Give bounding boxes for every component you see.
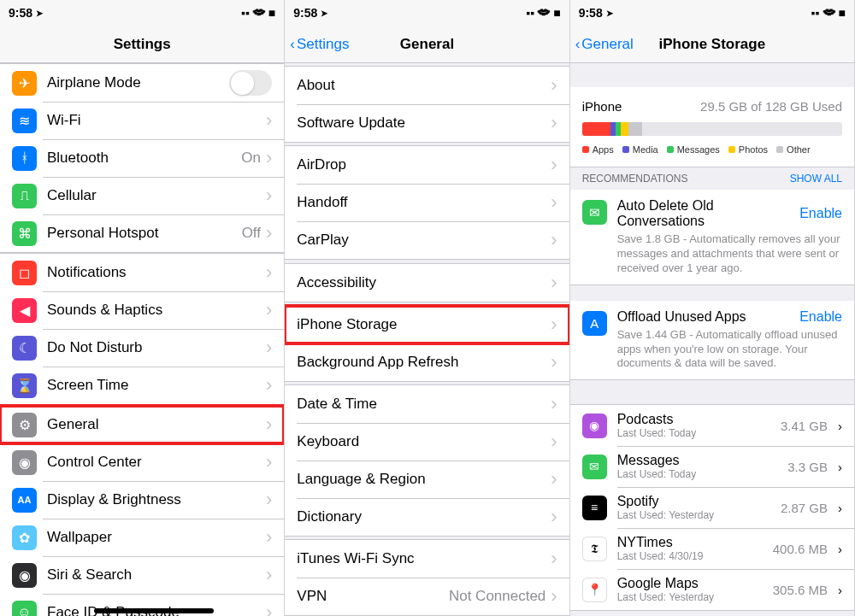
toggle[interactable] xyxy=(229,70,272,96)
settings-row-airplane[interactable]: ✈︎Airplane Mode xyxy=(0,64,284,102)
offload-icon: A xyxy=(582,311,607,336)
app-icon: ✉︎ xyxy=(582,455,607,479)
settings-row-control[interactable]: ◉Control Center› xyxy=(0,443,284,481)
show-all-button[interactable]: SHOW ALL xyxy=(790,173,842,185)
row-label: Language & Region xyxy=(297,471,551,488)
row-label: AirDrop xyxy=(297,156,551,173)
row-label: General xyxy=(47,416,266,433)
chevron-right-icon: › xyxy=(551,470,557,489)
app-size: 3.3 GB xyxy=(787,460,828,474)
row-label: Handoff xyxy=(297,194,551,211)
general-row-about[interactable]: About› xyxy=(285,67,569,104)
app-icon: 📍 xyxy=(582,578,607,602)
settings-row-screentime[interactable]: ⌛Screen Time› xyxy=(0,367,284,404)
settings-row-bluetooth[interactable]: ᚼBluetoothOn› xyxy=(0,139,284,177)
hotspot-icon: ⌘ xyxy=(12,221,37,246)
app-row[interactable]: ◉PodcastsLast Used: Today3.41 GB› xyxy=(570,405,854,446)
app-last-used: Last Used: Yesterday xyxy=(617,509,770,521)
row-label: Wi-Fi xyxy=(47,112,261,129)
general-row-carplay[interactable]: CarPlay› xyxy=(285,221,569,259)
app-row[interactable]: ≡SpotifyLast Used: Yesterday2.87 GB› xyxy=(570,487,854,528)
row-label: Personal Hotspot xyxy=(47,225,242,242)
page-title: Settings xyxy=(114,36,171,53)
notifications-icon: ◻︎ xyxy=(12,261,37,285)
settings-row-cellular[interactable]: ⎍Cellular› xyxy=(0,177,284,214)
chevron-right-icon: › xyxy=(266,415,272,434)
status-time: 9:58 xyxy=(293,6,317,20)
dnd-icon: ☾ xyxy=(12,336,37,361)
settings-row-wallpaper[interactable]: ✿Wallpaper› xyxy=(0,519,284,556)
settings-row-display[interactable]: AADisplay & Brightness› xyxy=(0,481,284,519)
app-name: Google Maps xyxy=(617,576,763,591)
location-icon: ➤ xyxy=(36,9,43,18)
row-label: Software Update xyxy=(297,114,551,132)
general-row-vpn[interactable]: VPNNot Connected› xyxy=(285,578,569,615)
app-name: NYTimes xyxy=(617,535,763,550)
screentime-icon: ⌛ xyxy=(12,373,37,398)
general-row-langregion[interactable]: Language & Region› xyxy=(285,461,569,498)
general-row-bgrefresh[interactable]: Background App Refresh› xyxy=(285,343,569,381)
chevron-right-icon: › xyxy=(266,603,272,616)
general-row-handoff[interactable]: Handoff› xyxy=(285,184,569,221)
navbar: ‹General iPhone Storage xyxy=(570,26,854,63)
airplane-icon: ✈︎ xyxy=(12,71,37,96)
status-bar: 9:58➤ ▪▪ 🗢 ■ xyxy=(0,0,284,26)
enable-button[interactable]: Enable xyxy=(799,206,842,221)
chevron-right-icon: › xyxy=(838,583,842,597)
general-row-ituneswifi[interactable]: iTunes Wi-Fi Sync› xyxy=(285,540,569,578)
settings-row-siri[interactable]: ◉Siri & Search› xyxy=(0,556,284,594)
row-label: Wallpaper xyxy=(47,529,266,546)
back-button[interactable]: ‹Settings xyxy=(290,36,349,53)
location-icon: ➤ xyxy=(321,9,327,18)
general-row-datetime[interactable]: Date & Time› xyxy=(285,385,569,423)
settings-row-notifications[interactable]: ◻︎Notifications› xyxy=(0,254,284,291)
chevron-right-icon: › xyxy=(551,507,557,526)
settings-row-wifi[interactable]: ≋Wi-Fi› xyxy=(0,102,284,139)
rec-description: Save 1.44 GB - Automatically offload unu… xyxy=(617,328,842,372)
row-label: Sounds & Haptics xyxy=(47,302,266,319)
siri-icon: ◉ xyxy=(12,563,37,588)
recommendations-header: RECOMMENDATIONS xyxy=(582,173,688,185)
enable-button[interactable]: Enable xyxy=(799,309,842,325)
screen-settings: 9:58➤ ▪▪ 🗢 ■ Settings ✈︎Airplane Mode≋Wi… xyxy=(0,0,285,616)
chevron-right-icon: › xyxy=(551,114,557,132)
general-row-storage[interactable]: iPhone Storage› xyxy=(285,306,569,343)
row-label: Date & Time xyxy=(297,396,551,413)
general-row-accessibility[interactable]: Accessibility› xyxy=(285,264,569,302)
row-label: Control Center xyxy=(47,454,266,471)
recommendation-autodelete: ✉︎Auto Delete Old ConversationsEnableSav… xyxy=(570,190,854,285)
app-name: Podcasts xyxy=(617,412,770,427)
app-row[interactable]: 𝕿NYTimesLast Used: 4/30/19400.6 MB› xyxy=(570,528,854,569)
chevron-right-icon: › xyxy=(266,338,272,357)
general-row-airdrop[interactable]: AirDrop› xyxy=(285,146,569,184)
bluetooth-icon: ᚼ xyxy=(12,146,37,171)
row-label: Keyboard xyxy=(297,433,551,450)
storage-bar xyxy=(582,122,842,136)
app-row[interactable]: 📍Google MapsLast Used: Yesterday305.6 MB… xyxy=(570,569,854,610)
faceid-icon: ☺︎ xyxy=(12,601,37,617)
settings-row-hotspot[interactable]: ⌘Personal HotspotOff› xyxy=(0,214,284,252)
row-label: Screen Time xyxy=(47,377,266,394)
settings-row-sounds[interactable]: ◀︎Sounds & Haptics› xyxy=(0,291,284,329)
autodelete-icon: ✉︎ xyxy=(582,200,607,225)
general-row-swupdate[interactable]: Software Update› xyxy=(285,104,569,142)
storage-legend: AppsMediaMessagesPhotosOther xyxy=(582,144,842,155)
row-value: On xyxy=(241,150,261,167)
chevron-right-icon: › xyxy=(551,395,557,414)
chevron-right-icon: › xyxy=(551,587,557,606)
general-row-keyboard[interactable]: Keyboard› xyxy=(285,423,569,461)
general-row-dictionary[interactable]: Dictionary› xyxy=(285,498,569,536)
chevron-right-icon: › xyxy=(266,111,272,130)
chevron-right-icon: › xyxy=(551,76,557,95)
status-time: 9:58 xyxy=(9,6,32,20)
app-icon: ≡ xyxy=(582,496,607,520)
settings-row-dnd[interactable]: ☾Do Not Disturb› xyxy=(0,329,284,367)
app-row[interactable]: ✉︎MessagesLast Used: Today3.3 GB› xyxy=(570,446,854,487)
row-label: Notifications xyxy=(47,264,266,281)
back-button[interactable]: ‹General xyxy=(575,36,634,53)
chevron-right-icon: › xyxy=(266,528,272,547)
app-name: Messages xyxy=(617,453,778,468)
page-title: General xyxy=(400,36,454,53)
chevron-right-icon: › xyxy=(551,549,557,568)
settings-row-general[interactable]: ⚙︎General› xyxy=(0,406,284,443)
